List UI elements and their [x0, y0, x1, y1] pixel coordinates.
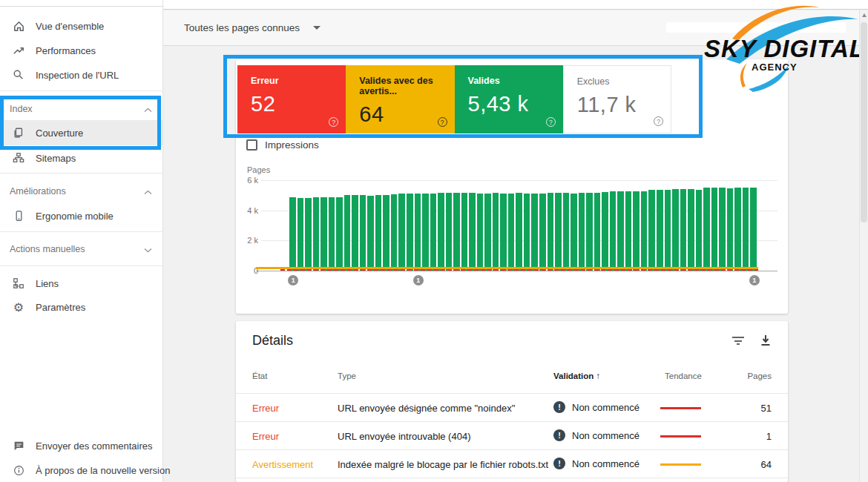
- col-header-validation[interactable]: Validation ↑: [553, 372, 600, 380]
- bar[interactable]: [743, 188, 749, 271]
- bar[interactable]: [367, 196, 374, 271]
- col-header-tendance[interactable]: Tendance: [665, 372, 702, 380]
- bar[interactable]: [398, 194, 405, 271]
- help-icon[interactable]: ?: [329, 117, 338, 127]
- bar[interactable]: [407, 194, 413, 271]
- bar[interactable]: [297, 198, 304, 271]
- bar[interactable]: [711, 188, 718, 271]
- help-icon[interactable]: ?: [438, 117, 447, 127]
- table-row[interactable]: Erreur URL envoyée désignée comme "noind…: [236, 393, 788, 421]
- page-filter-dropdown[interactable]: Toutes les pages connues: [184, 22, 300, 33]
- sidebar-item-sitemaps[interactable]: Sitemaps: [0, 145, 162, 171]
- bar[interactable]: [524, 194, 530, 271]
- vertical-scrollbar[interactable]: [859, 10, 868, 482]
- bar[interactable]: [329, 197, 335, 271]
- sidebar-item-mobile-usability[interactable]: Ergonomie mobile: [0, 203, 162, 228]
- bar[interactable]: [375, 195, 382, 271]
- sidebar-item-coverage[interactable]: Couverture: [0, 120, 162, 145]
- table-row[interactable]: Avertissement Indexée malgré le blocage …: [236, 449, 788, 478]
- table-row[interactable]: Erreur URL envoyée introuvable (404) ! N…: [236, 421, 788, 449]
- bar[interactable]: [415, 194, 421, 271]
- bar[interactable]: [633, 191, 640, 271]
- bar[interactable]: [625, 191, 632, 271]
- bar[interactable]: [563, 193, 570, 271]
- bar[interactable]: [320, 197, 327, 271]
- bar[interactable]: [305, 198, 312, 271]
- bar[interactable]: [617, 191, 624, 271]
- bar[interactable]: [477, 194, 484, 271]
- bar[interactable]: [680, 189, 687, 271]
- bar[interactable]: [750, 188, 757, 271]
- sidebar-section-enhancements[interactable]: Améliorations: [0, 182, 162, 201]
- col-header-etat[interactable]: État: [252, 372, 267, 380]
- sidebar-item-settings[interactable]: ⚙ Paramètres: [0, 294, 162, 320]
- col-header-pages[interactable]: Pages: [747, 372, 772, 380]
- scrollbar-thumb[interactable]: [861, 22, 867, 222]
- bar[interactable]: [446, 193, 453, 271]
- bar[interactable]: [422, 194, 429, 271]
- bar[interactable]: [727, 188, 734, 271]
- bar[interactable]: [469, 193, 476, 271]
- bar[interactable]: [430, 194, 437, 271]
- download-icon[interactable]: [760, 334, 772, 351]
- bar[interactable]: [657, 190, 663, 271]
- sidebar-item-links[interactable]: Liens: [0, 271, 162, 296]
- bar[interactable]: [594, 193, 601, 271]
- bar[interactable]: [548, 193, 554, 271]
- bar[interactable]: [391, 194, 398, 271]
- bar[interactable]: [688, 189, 694, 271]
- bar[interactable]: [344, 195, 351, 271]
- bar[interactable]: [648, 190, 655, 271]
- bar[interactable]: [516, 193, 522, 271]
- bar[interactable]: [500, 194, 507, 271]
- sidebar-item-performance[interactable]: Performances: [0, 38, 162, 63]
- bar[interactable]: [336, 197, 343, 271]
- bar[interactable]: [461, 193, 468, 271]
- bar[interactable]: [438, 193, 444, 271]
- bar[interactable]: [383, 195, 389, 271]
- bar[interactable]: [508, 194, 515, 271]
- bar[interactable]: [665, 190, 671, 271]
- sidebar-section-index[interactable]: Index: [0, 99, 162, 119]
- bar[interactable]: [672, 189, 679, 271]
- chart-annotation-marker[interactable]: 1: [749, 275, 760, 285]
- bar[interactable]: [453, 193, 460, 271]
- sidebar-item-about-new-version[interactable]: À propos de la nouvelle version: [0, 458, 162, 482]
- bar[interactable]: [719, 188, 726, 271]
- filter-icon[interactable]: [731, 337, 745, 347]
- help-icon[interactable]: ?: [546, 117, 556, 127]
- card-excluded[interactable]: Exclues 11,7 k ?: [563, 65, 671, 133]
- bar[interactable]: [531, 194, 538, 271]
- card-error[interactable]: Erreur 52 ?: [237, 65, 346, 133]
- chart-annotation-marker[interactable]: 1: [288, 275, 298, 285]
- bar[interactable]: [352, 195, 358, 271]
- card-valid-with-warnings[interactable]: Valides avec des avertis... 64 ?: [346, 65, 454, 133]
- bar[interactable]: [484, 194, 491, 271]
- bar[interactable]: [539, 194, 546, 271]
- sidebar-item-overview[interactable]: Vue d'ensemble: [0, 13, 162, 39]
- chart-annotation-marker[interactable]: 1: [413, 275, 424, 285]
- bar[interactable]: [602, 192, 608, 271]
- sidebar-item-send-feedback[interactable]: Envoyer des commentaires: [0, 433, 162, 458]
- col-header-type[interactable]: Type: [338, 372, 356, 380]
- dropdown-caret-icon[interactable]: [313, 26, 320, 30]
- bar[interactable]: [579, 193, 585, 271]
- bar[interactable]: [703, 188, 710, 271]
- sidebar-section-manual-actions[interactable]: Actions manuelles: [0, 240, 162, 259]
- bar[interactable]: [641, 191, 648, 271]
- bar[interactable]: [289, 197, 296, 271]
- sidebar-item-url-inspection[interactable]: Inspection de l'URL: [0, 62, 162, 88]
- bar[interactable]: [571, 194, 577, 271]
- bar[interactable]: [734, 188, 741, 271]
- bar[interactable]: [610, 191, 617, 271]
- card-valid[interactable]: Valides 5,43 k ?: [455, 65, 563, 133]
- bar[interactable]: [360, 195, 366, 271]
- help-icon[interactable]: ?: [654, 116, 663, 126]
- bar[interactable]: [313, 197, 320, 271]
- bar[interactable]: [555, 193, 562, 271]
- bar[interactable]: [493, 193, 499, 271]
- impressions-checkbox[interactable]: [246, 139, 257, 151]
- bar[interactable]: [696, 190, 703, 271]
- scrollbar-up-arrow-icon[interactable]: [862, 13, 867, 17]
- bar[interactable]: [586, 193, 593, 271]
